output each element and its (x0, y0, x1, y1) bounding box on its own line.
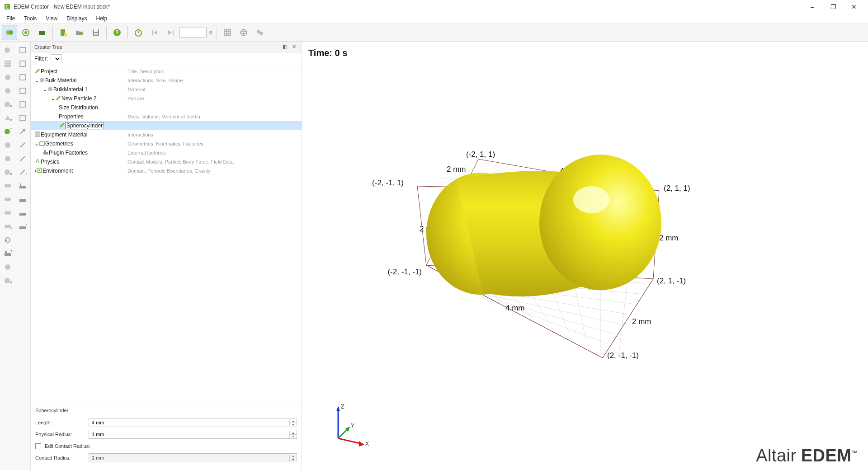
lt-box-icon-3[interactable] (16, 70, 29, 84)
menu-displays[interactable]: Displays (63, 14, 90, 23)
tree-item-project[interactable]: Project (31, 67, 126, 76)
lt-grey-icon-1[interactable] (1, 138, 14, 152)
svg-marker-140 (359, 441, 364, 446)
window-close-button[interactable]: ✕ (844, 0, 864, 14)
menu-file[interactable]: File (3, 14, 19, 23)
lt-hatch-icon[interactable] (1, 57, 14, 70)
help-button[interactable]: ? (109, 25, 125, 40)
lt-pair-icon-3[interactable] (1, 206, 14, 220)
physical-radius-input[interactable]: ▲▼ (89, 430, 297, 439)
particles-toggle-button[interactable] (252, 25, 268, 40)
svg-text:(-2, 1, 1): (-2, 1, 1) (466, 150, 495, 159)
tree-item-bulkmaterial-1[interactable]: ⌄BulkMaterial 1 (31, 85, 126, 94)
lt-add-green-sphere-icon[interactable]: + (1, 125, 14, 138)
menu-view[interactable]: View (42, 14, 61, 23)
creator-tree[interactable]: ProjectTitle, Description⌄Bulk MaterialI… (31, 65, 302, 403)
lt-refresh-icon[interactable] (1, 233, 14, 247)
spin-up-icon[interactable]: ▲ (290, 419, 297, 423)
lt-pair-icon[interactable] (1, 179, 14, 193)
lt-tri-x-icon[interactable]: × (1, 111, 14, 125)
spin-down-icon[interactable]: ▼ (290, 435, 297, 438)
step-forward-button[interactable] (163, 25, 179, 40)
save-button[interactable] (88, 25, 104, 40)
tree-item-properties[interactable]: Properties (31, 112, 126, 121)
lt-grey-x-icon[interactable]: × (1, 165, 14, 179)
tree-item-physics[interactable]: Physics (31, 157, 126, 166)
lt-ind-x-icon[interactable]: × (16, 220, 29, 233)
tree-twisty-icon[interactable]: ⌄ (51, 95, 55, 102)
creator-mode-button[interactable] (2, 25, 17, 40)
lt-grey-x2-icon[interactable]: × (1, 274, 14, 287)
lt-sphere-grey2-icon[interactable] (1, 84, 14, 98)
svg-rect-69 (20, 183, 21, 186)
lt-arrow-up3-icon[interactable] (16, 152, 29, 165)
tree-item-environment[interactable]: ›Environment (31, 166, 126, 175)
lt-factory-icon[interactable]: + (1, 247, 14, 260)
open-button[interactable] (72, 25, 87, 40)
length-input[interactable]: ▲▼ (89, 418, 297, 427)
lt-arrow-up-icon[interactable] (16, 125, 29, 138)
svg-point-50 (7, 211, 11, 215)
tree-item-geometries[interactable]: ⌄Geometries (31, 139, 126, 148)
svg-text:×: × (10, 104, 12, 108)
lt-grey-icon-3[interactable] (1, 260, 14, 274)
tree-item-spherocylinder[interactable]: Spherocylinder (31, 121, 126, 130)
svg-rect-66 (20, 115, 25, 121)
window-maximize-button[interactable]: ❐ (823, 0, 844, 14)
svg-rect-63 (20, 75, 25, 80)
spin-down-icon: ▼ (290, 458, 297, 461)
lt-box-icon-2[interactable] (16, 57, 29, 70)
viewport-3d[interactable]: Time: 0 s (302, 42, 868, 470)
svg-rect-19 (224, 29, 231, 36)
window-minimize-button[interactable]: – (802, 0, 823, 14)
timer-button[interactable] (131, 25, 146, 40)
tree-twisty-icon[interactable]: ⌄ (34, 77, 39, 84)
lt-sphere-grey-icon[interactable] (1, 70, 14, 84)
lt-box-icon-6[interactable] (16, 111, 29, 125)
svg-rect-31 (5, 61, 11, 67)
svg-point-28 (259, 32, 263, 35)
svg-text:+: + (10, 249, 12, 253)
lt-box-icon-5[interactable] (16, 98, 29, 111)
tree-item-size-distribution[interactable]: Size Distribution (31, 103, 126, 112)
panel-close-button[interactable]: ✕ (290, 43, 298, 51)
panel-undock-button[interactable]: ◧ (281, 43, 289, 51)
filter-select[interactable] (51, 54, 61, 63)
step-back-button[interactable] (147, 25, 162, 40)
spin-up-icon[interactable]: ▲ (290, 431, 297, 435)
lt-ind-icon[interactable] (16, 179, 29, 193)
grid-toggle-button[interactable] (220, 25, 235, 40)
svg-rect-11 (94, 33, 98, 35)
lt-ind-icon-3[interactable] (16, 206, 29, 220)
tree-item-plugin-factories[interactable]: Plugin Factories (31, 148, 126, 157)
svg-point-34 (5, 75, 10, 80)
time-field[interactable] (179, 28, 207, 38)
lt-box-icon[interactable] (16, 43, 29, 57)
menu-help[interactable]: Help (93, 14, 111, 23)
lt-pair-icon-2[interactable] (1, 193, 14, 206)
lt-add-sphere-icon[interactable]: + (1, 43, 14, 57)
lt-sphere-x-icon[interactable]: × (1, 98, 14, 111)
lt-box-icon-4[interactable] (16, 84, 29, 98)
analyst-mode-button[interactable] (34, 25, 50, 40)
new-button[interactable] (56, 25, 71, 40)
simulator-mode-button[interactable] (18, 25, 33, 40)
menu-tools[interactable]: Tools (20, 14, 40, 23)
tree-item-equipment-material[interactable]: Equipment Material (31, 130, 126, 139)
pencil-icon (34, 68, 41, 75)
svg-point-3 (9, 30, 13, 35)
lt-arrow-up2-icon[interactable] (16, 138, 29, 152)
lt-pair-x-icon[interactable]: × (1, 220, 14, 233)
lt-ind-icon-2[interactable] (16, 193, 29, 206)
tree-twisty-icon[interactable]: ⌄ (42, 86, 47, 93)
spin-down-icon[interactable]: ▼ (290, 423, 297, 426)
globe-toggle-button[interactable] (236, 25, 251, 40)
lt-arrow-x-icon[interactable]: × (16, 165, 29, 179)
tree-item-new-particle-2[interactable]: ⌄New Particle 2 (31, 94, 126, 103)
edit-contact-radius-checkbox[interactable] (35, 443, 41, 449)
svg-text:Y: Y (351, 423, 354, 429)
lt-grey-icon-2[interactable] (1, 152, 14, 165)
tree-twisty-icon[interactable]: ⌄ (34, 141, 39, 147)
tree-item-bulk-material[interactable]: ⌄Bulk Material (31, 76, 126, 85)
svg-rect-62 (20, 61, 25, 66)
